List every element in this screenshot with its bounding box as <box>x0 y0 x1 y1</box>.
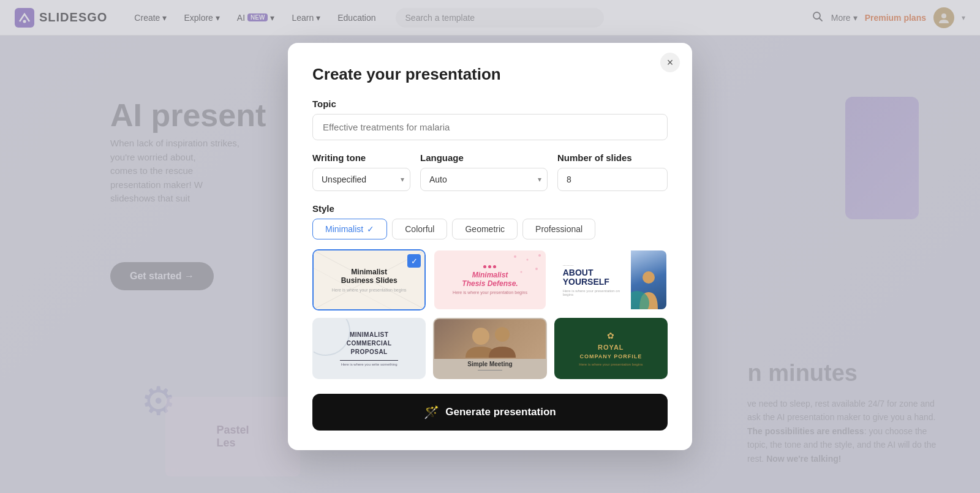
wand-icon: 🪄 <box>424 405 439 420</box>
num-slides-label: Number of slides <box>557 152 668 163</box>
template-minimalist-business[interactable]: MinimalistBusiness Slides Here is where … <box>312 249 426 310</box>
template-royal-company[interactable]: ✿ ROYALCOMPANY PORFILE Here is where you… <box>554 318 668 379</box>
language-group: Language Auto English Spanish French Ger… <box>420 152 548 191</box>
template-commercial-proposal[interactable]: MINIMALISTCOMMERCIALPROPOSAL Here is whe… <box>312 318 426 379</box>
language-select[interactable]: Auto English Spanish French German Portu… <box>420 168 548 191</box>
num-slides-input[interactable] <box>557 168 668 191</box>
writing-tone-label: Writing tone <box>312 152 410 163</box>
num-slides-group: Number of slides <box>557 152 668 191</box>
style-tab-professional[interactable]: Professional <box>522 219 595 239</box>
language-select-wrapper: Auto English Spanish French German Portu… <box>420 168 548 191</box>
topic-label: Topic <box>312 99 668 109</box>
generate-presentation-button[interactable]: 🪄 Generate presentation <box>312 394 668 431</box>
create-presentation-modal: × Create your presentation Topic Writing… <box>288 43 692 450</box>
language-label: Language <box>420 152 548 163</box>
style-label: Style <box>312 203 668 214</box>
modal-close-button[interactable]: × <box>660 53 680 72</box>
svg-point-8 <box>514 255 516 258</box>
writing-tone-select[interactable]: Unspecified Formal Informal Inspirationa… <box>312 168 410 191</box>
writing-tone-group: Writing tone Unspecified Formal Informal… <box>312 152 410 191</box>
topic-input[interactable] <box>312 114 668 140</box>
svg-point-9 <box>526 259 528 261</box>
svg-point-10 <box>538 254 541 257</box>
style-tab-colorful[interactable]: Colorful <box>392 219 447 239</box>
style-section: Style Minimalist ✓ Colorful Geometric Pr… <box>312 203 668 239</box>
modal-title: Create your presentation <box>312 65 668 84</box>
writing-tone-select-wrapper: Unspecified Formal Informal Inspirationa… <box>312 168 410 191</box>
modal-overlay: × Create your presentation Topic Writing… <box>0 0 980 493</box>
template-about-yourself[interactable]: ⋯⋯⋯ ABOUTYOURSELF Here is where your pre… <box>554 249 668 310</box>
template-grid: MinimalistBusiness Slides Here is where … <box>312 249 668 379</box>
template-thesis-defense[interactable]: MinimalistThesis Defense. Here is where … <box>433 249 546 310</box>
template-selected-badge: ✓ <box>407 254 421 268</box>
form-row-options: Writing tone Unspecified Formal Informal… <box>312 152 668 191</box>
template-simple-meeting[interactable]: Simple Meeting <box>433 318 546 379</box>
svg-point-15 <box>495 327 510 342</box>
style-tab-minimalist[interactable]: Minimalist ✓ <box>312 219 387 239</box>
check-icon: ✓ <box>367 224 374 234</box>
style-tabs: Minimalist ✓ Colorful Geometric Professi… <box>312 219 668 239</box>
svg-point-14 <box>472 328 489 345</box>
svg-point-13 <box>643 271 655 284</box>
svg-point-12 <box>535 268 538 270</box>
style-tab-geometric[interactable]: Geometric <box>452 219 518 239</box>
